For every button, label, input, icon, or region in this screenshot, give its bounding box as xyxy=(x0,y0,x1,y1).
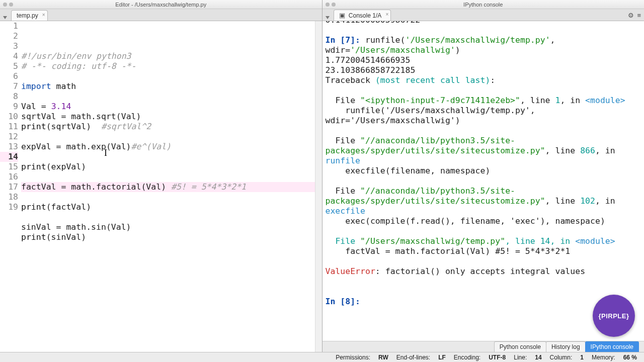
line-number: 3 xyxy=(0,41,18,51)
console-line xyxy=(326,126,641,136)
editor-body[interactable]: 12345678910111213141516171819 I #!/usr/b… xyxy=(0,21,322,352)
window-min-icon[interactable] xyxy=(9,3,13,7)
code-line[interactable] xyxy=(21,152,315,162)
close-icon[interactable]: × xyxy=(42,12,45,18)
line-number: 10 xyxy=(0,112,18,122)
code-line[interactable]: print(sqrtVal) #sqrtVal^2 xyxy=(21,122,315,132)
status-col-value: 1 xyxy=(577,354,587,361)
code-line[interactable]: factVal = math.factorial(Val) #5! = 5*4*… xyxy=(21,182,315,192)
console-tab-label: Console 1/A xyxy=(349,12,381,19)
console-line xyxy=(326,226,641,236)
console-pane: IPython console ▣ Console 1/A × ⚙ ≡ 0.14… xyxy=(323,0,645,352)
tab-python-console[interactable]: Python console xyxy=(494,341,546,352)
code-area[interactable]: I #!/usr/bin/env python3# -*- coding: ut… xyxy=(21,21,315,352)
line-number: 8 xyxy=(0,92,18,102)
close-icon[interactable]: × xyxy=(385,12,388,17)
line-number: 16 xyxy=(0,172,18,182)
status-perm-label: Permissions: xyxy=(333,354,373,361)
code-line[interactable] xyxy=(21,92,315,102)
code-line[interactable]: # -*- coding: utf-8 -*- xyxy=(21,61,315,71)
status-enc-value: UTF-8 xyxy=(486,354,509,361)
status-enc-label: Encoding: xyxy=(451,354,484,361)
console-line: In [7]: runfile('/Users/maxschallwig/tem… xyxy=(326,35,641,55)
window-close-icon[interactable] xyxy=(3,3,7,7)
editor-pane: Editor - /Users/maxschallwig/temp.py tem… xyxy=(0,0,323,352)
console-output[interactable]: 0.14112000805986722 In [7]: runfile('/Us… xyxy=(323,14,645,341)
line-number: 11 xyxy=(0,122,18,132)
line-number: 13 xyxy=(0,142,18,152)
editor-tab-temp[interactable]: temp.py × xyxy=(11,10,48,21)
code-line[interactable]: Val = 3.14 xyxy=(21,102,315,112)
pirple-badge: {PIRPLE} xyxy=(593,295,635,337)
tab-history-log[interactable]: History log xyxy=(546,341,586,352)
status-line-label: Line: xyxy=(511,354,530,361)
status-mem-label: Memory: xyxy=(589,354,618,361)
console-line xyxy=(326,25,641,35)
console-browse-icon[interactable] xyxy=(326,16,330,19)
menu-icon[interactable]: ≡ xyxy=(637,12,641,19)
line-number: 18 xyxy=(0,192,18,202)
editor-window-title: Editor - /Users/maxschallwig/temp.py xyxy=(115,2,206,8)
console-bottom-tabs: Python console History log IPython conso… xyxy=(323,341,645,352)
window-min-icon[interactable] xyxy=(332,3,336,7)
code-line[interactable] xyxy=(21,172,315,182)
gear-icon[interactable]: ⚙ xyxy=(628,12,634,19)
console-title-bar: IPython console xyxy=(323,0,645,9)
file-browse-icon[interactable] xyxy=(3,16,7,19)
code-line[interactable]: sinVal = math.sin(Val) xyxy=(21,222,315,232)
code-line[interactable]: expVal = math.exp(Val)#e^(Val) xyxy=(21,142,315,152)
console-line: 23.103866858722185 xyxy=(326,65,641,75)
status-perm-value: RW xyxy=(375,354,391,361)
console-line: File "//anaconda/lib/python3.5/site-pack… xyxy=(326,136,641,166)
console-line xyxy=(326,85,641,96)
line-number: 1 xyxy=(0,21,18,31)
console-kernel-icon: ▣ xyxy=(339,12,345,19)
console-line xyxy=(326,287,641,297)
line-number: 14 xyxy=(0,152,18,162)
console-line xyxy=(326,176,641,186)
status-bar: Permissions: RW End-of-lines: LF Encodin… xyxy=(0,352,644,362)
console-line: factVal = math.factorial(Val) #5! = 5*4*… xyxy=(326,246,641,256)
status-line-value: 14 xyxy=(532,354,544,361)
line-number: 5 xyxy=(0,61,18,71)
line-number: 19 xyxy=(0,202,18,212)
console-tab[interactable]: ▣ Console 1/A × xyxy=(334,10,391,21)
status-mem-value: 66 % xyxy=(620,354,640,361)
console-line: exec(compile(f.read(), filename, 'exec')… xyxy=(326,216,641,226)
console-line: runfile('/Users/maxschallwig/temp.py', w… xyxy=(326,106,641,126)
line-number: 7 xyxy=(0,81,18,92)
code-line[interactable]: print(expVal) xyxy=(21,162,315,172)
code-line[interactable]: print(factVal) xyxy=(21,202,315,212)
line-number: 9 xyxy=(0,102,18,112)
editor-tab-label: temp.py xyxy=(17,12,38,19)
code-line[interactable] xyxy=(21,212,315,222)
console-line: File "<ipython-input-7-d9c71411e2eb>", l… xyxy=(326,96,641,106)
line-number: 6 xyxy=(0,71,18,81)
code-line[interactable] xyxy=(21,192,315,202)
code-line[interactable]: import math xyxy=(21,81,315,92)
line-number: 15 xyxy=(0,162,18,172)
console-line xyxy=(326,256,641,266)
editor-title-bar: Editor - /Users/maxschallwig/temp.py xyxy=(0,0,322,9)
console-line: In [8]: xyxy=(326,297,641,307)
code-line[interactable]: print(sinVal) xyxy=(21,232,315,242)
tab-ipython-console[interactable]: IPython console xyxy=(585,341,639,352)
line-gutter: 12345678910111213141516171819 xyxy=(0,21,21,352)
code-line[interactable] xyxy=(21,71,315,81)
console-tabstrip: ▣ Console 1/A × ⚙ ≡ xyxy=(323,9,645,21)
line-number: 17 xyxy=(0,182,18,192)
console-line: File "//anaconda/lib/python3.5/site-pack… xyxy=(326,186,641,216)
line-number: 4 xyxy=(0,51,18,61)
line-number: 2 xyxy=(0,31,18,41)
code-line[interactable] xyxy=(21,132,315,142)
editor-tabstrip: temp.py × xyxy=(0,9,322,21)
status-eol-value: LF xyxy=(435,354,449,361)
line-number: 12 xyxy=(0,132,18,142)
status-eol-label: End-of-lines: xyxy=(393,354,433,361)
code-line[interactable]: #!/usr/bin/env python3 xyxy=(21,51,315,61)
console-line: Traceback (most recent call last): xyxy=(326,75,641,85)
editor-scrollbar[interactable] xyxy=(315,21,322,352)
window-close-icon[interactable] xyxy=(326,3,330,7)
console-line: ValueError: factorial() only accepts int… xyxy=(326,266,641,277)
code-line[interactable]: sqrtVal = math.sqrt(Val) xyxy=(21,112,315,122)
